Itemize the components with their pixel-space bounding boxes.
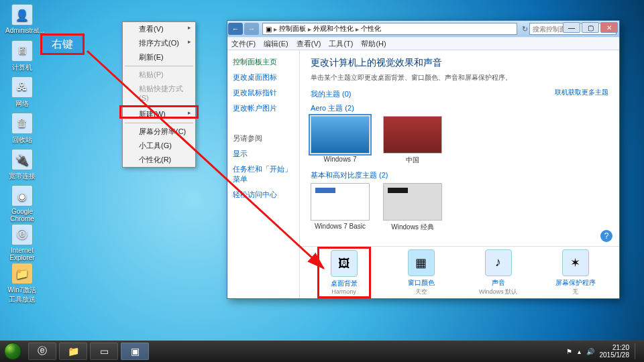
show-desktop-button[interactable]: [635, 343, 640, 359]
minimize-button[interactable]: —: [563, 22, 580, 33]
cat-aero[interactable]: Aero 主题 (2): [311, 103, 608, 113]
clock[interactable]: 21:20 2015/1/28: [600, 344, 630, 359]
sidebar-see-also: 另请参阅: [233, 133, 294, 143]
ctx-paste-shortcut: 粘贴快捷方式(S): [123, 82, 195, 104]
window-controls: — ▢ ✕: [561, 22, 618, 34]
desktop-icon-administrator[interactable]: 👤Administrat...: [5, 4, 39, 34]
tray-flag-icon[interactable]: ⚑: [566, 348, 572, 355]
start-button[interactable]: [0, 341, 25, 362]
nav-forward-button[interactable]: →: [244, 23, 259, 35]
taskbar: ⓔ 📁 ▭ ▣ ⚑ ▴ 🔊 21:20 2015/1/28: [0, 341, 644, 362]
annotation-personalize-highlight: [119, 105, 199, 119]
cat-basic[interactable]: 基本和高对比度主题 (2): [311, 170, 608, 180]
control-panel-icon: ▣: [266, 25, 272, 33]
desktop-background-button[interactable]: 🖼 桌面背景 Harmony: [317, 247, 371, 298]
system-tray: ⚑ ▴ 🔊 21:20 2015/1/28: [566, 343, 645, 359]
sidebar-change-pointers[interactable]: 更改鼠标指针: [233, 88, 294, 98]
bottom-bar: 🖼 桌面背景 Harmony ▦ 窗口颜色 天空 ♪ 声音 Windows 默认…: [300, 246, 619, 298]
close-button[interactable]: ✕: [600, 22, 618, 33]
ctx-paste: 粘贴(P): [123, 68, 195, 82]
theme-china[interactable]: 中国: [383, 116, 442, 165]
ctx-gadgets[interactable]: 小工具(G): [123, 139, 195, 153]
desktop-icon-computer[interactable]: 🖥计算机: [5, 40, 39, 72]
menu-edit[interactable]: 编辑(E): [264, 39, 288, 49]
refresh-icon[interactable]: ↻: [520, 25, 529, 34]
sound-icon: ♪: [485, 249, 512, 276]
sidebar: 控制面板主页 更改桌面图标 更改鼠标指针 更改帐户图片 另请参阅 显示 任务栏和…: [227, 50, 300, 298]
link-more-themes[interactable]: 联机获取更多主题: [555, 88, 608, 97]
desktop-icon-network[interactable]: 🖧网络: [5, 76, 39, 109]
ctx-sort[interactable]: 排序方式(O): [123, 36, 195, 50]
menu-file[interactable]: 文件(F): [231, 39, 256, 49]
ctx-personalize[interactable]: 个性化(R): [123, 153, 195, 167]
taskbar-ie[interactable]: ⓔ: [28, 343, 56, 360]
taskbar-media[interactable]: ▭: [90, 343, 118, 360]
desktop-icon-chrome[interactable]: ◉Google Chrome: [5, 185, 39, 223]
desktop-icon-ie[interactable]: ⓔInternet Explorer: [5, 224, 39, 261]
ie-icon: ⓔ: [11, 224, 33, 245]
ctx-view[interactable]: 查看(V): [123, 22, 195, 36]
network-icon: 🖧: [11, 76, 33, 98]
theme-thumb: [383, 183, 442, 221]
user-icon: 👤: [11, 4, 33, 25]
sidebar-change-picture[interactable]: 更改帐户图片: [233, 103, 294, 113]
theme-thumb: [383, 116, 442, 154]
context-menu: 查看(V) 排序方式(O) 刷新(E) 粘贴(P) 粘贴快捷方式(S) 新建(W…: [122, 21, 196, 168]
personalization-window: — ▢ ✕ ← → ▣ ▸控制面板 ▸外观和个性化 ▸个性化 ↻ 文件(F) 编…: [227, 20, 620, 299]
sidebar-taskbar[interactable]: 任务栏和「开始」菜单: [233, 164, 294, 184]
theme-thumb: [311, 183, 370, 221]
tray-sound-icon[interactable]: 🔊: [586, 348, 594, 355]
sidebar-home[interactable]: 控制面板主页: [233, 57, 294, 67]
desktop-icon-recycle[interactable]: 🗑回收站: [5, 113, 39, 145]
sidebar-ease[interactable]: 轻松访问中心: [233, 190, 294, 200]
theme-basic[interactable]: Windows 7 Basic: [311, 183, 370, 232]
folder-icon: 📁: [11, 263, 33, 284]
desktop-icon-broadband[interactable]: 🔌宽带连接: [5, 149, 39, 181]
desktop-icon-folder[interactable]: 📁Win7激活工具放送: [5, 263, 39, 304]
theme-thumb: [311, 116, 370, 154]
taskbar-explorer[interactable]: 📁: [59, 343, 87, 360]
screensaver-button[interactable]: ✶ 屏幕保护程序 无: [549, 249, 602, 296]
maximize-button[interactable]: ▢: [582, 22, 599, 33]
wallpaper-icon: 🖼: [331, 250, 358, 277]
ctx-resolution[interactable]: 屏幕分辨率(C): [123, 125, 195, 139]
nav-back-button[interactable]: ←: [228, 23, 243, 35]
annotation-right-click: 右键: [40, 34, 85, 55]
separator: [125, 66, 193, 66]
menu-tools[interactable]: 工具(T): [329, 39, 353, 49]
sidebar-change-icons[interactable]: 更改桌面图标: [233, 72, 294, 82]
help-icon[interactable]: ?: [600, 230, 612, 242]
sound-button[interactable]: ♪ 声音 Windows 默认: [472, 249, 525, 296]
connection-icon: 🔌: [11, 149, 33, 170]
taskbar-app[interactable]: ▣: [121, 343, 149, 360]
recycle-icon: 🗑: [11, 113, 33, 134]
separator: [125, 123, 193, 123]
computer-icon: 🖥: [11, 40, 33, 62]
screensaver-icon: ✶: [562, 249, 589, 276]
titlebar: ← → ▣ ▸控制面板 ▸外观和个性化 ▸个性化 ↻: [227, 21, 619, 37]
menu-view[interactable]: 查看(V): [297, 39, 321, 49]
breadcrumb[interactable]: ▣ ▸控制面板 ▸外观和个性化 ▸个性化: [262, 23, 517, 35]
theme-classic[interactable]: Windows 经典: [383, 183, 442, 232]
menubar: 文件(F) 编辑(E) 查看(V) 工具(T) 帮助(H): [227, 37, 619, 50]
ctx-refresh[interactable]: 刷新(E): [123, 50, 195, 64]
chrome-icon: ◉: [11, 185, 33, 206]
sidebar-display[interactable]: 显示: [233, 149, 294, 159]
menu-help[interactable]: 帮助(H): [361, 39, 386, 49]
theme-windows7[interactable]: Windows 7: [311, 116, 370, 165]
color-icon: ▦: [408, 249, 435, 276]
page-subtitle: 单击某个主题立即更改桌面背景、窗口颜色、声音和屏幕保护程序。: [311, 73, 608, 82]
tray-up-icon[interactable]: ▴: [578, 348, 581, 355]
window-color-button[interactable]: ▦ 窗口颜色 天空: [394, 249, 448, 296]
windows-orb-icon: [4, 343, 21, 360]
page-title: 更改计算机上的视觉效果和声音: [311, 57, 608, 69]
